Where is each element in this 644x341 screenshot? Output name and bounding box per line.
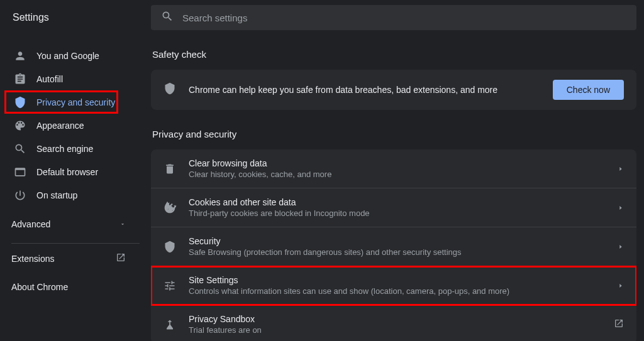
sidebar-item-you-and-google[interactable]: You and Google [0,44,151,67]
trash-icon [164,163,176,175]
power-icon [14,189,26,202]
list-item-title: Site Settings [189,275,618,285]
list-item-site-settings[interactable]: Site Settings Controls what information … [151,266,636,305]
sidebar-item-label: Search engine [36,144,93,154]
privacy-list: Clear browsing data Clear history, cooki… [151,149,636,341]
page-title: Settings [0,12,151,23]
about-label: About Chrome [11,282,68,292]
list-item-clear-browsing-data[interactable]: Clear browsing data Clear history, cooki… [151,149,636,188]
palette-icon [14,119,26,132]
sidebar: You and Google Autofill Privacy and secu… [0,35,151,341]
sidebar-extensions[interactable]: Extensions [0,244,140,273]
list-item-privacy-sandbox[interactable]: Privacy Sandbox Trial features are on [151,305,636,341]
shield-icon [164,82,176,97]
chevron-right-icon [618,202,624,214]
sidebar-item-privacy-security[interactable]: Privacy and security [4,90,118,114]
list-item-subtitle: Third-party cookies are blocked in Incog… [189,208,618,218]
search-icon [161,10,182,25]
chevron-right-icon [618,163,624,175]
cookie-icon [164,202,176,214]
flask-icon [164,318,176,331]
list-item-subtitle: Safe Browsing (protection from dangerous… [189,247,618,257]
extensions-label: Extensions [11,254,54,264]
check-now-button[interactable]: Check now [553,80,624,100]
main-content: Safety check Chrome can help keep you sa… [151,35,644,341]
list-item-subtitle: Clear history, cookies, cache, and more [189,170,618,179]
chevron-right-icon [618,280,624,291]
safety-check-card: Chrome can help keep you safe from data … [151,70,636,110]
clipboard-icon [14,73,26,85]
search-box[interactable] [151,5,636,30]
sidebar-item-appearance[interactable]: Appearance [0,114,151,137]
search-icon [14,143,26,155]
person-icon [14,50,26,62]
privacy-section-title: Privacy and security [152,129,636,139]
sidebar-item-default-browser[interactable]: Default browser [0,160,151,183]
search-input[interactable] [182,13,626,23]
sidebar-advanced-toggle[interactable]: Advanced [0,210,140,238]
list-item-title: Privacy Sandbox [189,314,614,324]
sidebar-item-label: You and Google [36,51,99,61]
shield-icon [164,241,176,253]
chevron-right-icon [618,241,624,252]
safety-check-text: Chrome can help keep you safe from data … [189,85,553,95]
chevron-down-icon [119,219,126,229]
list-item-title: Clear browsing data [189,158,618,168]
browser-icon [14,166,26,178]
safety-check-title: Safety check [152,49,636,60]
list-item-title: Security [189,236,618,246]
sidebar-item-label: Appearance [36,121,84,131]
sidebar-item-label: Privacy and security [36,97,115,107]
list-item-security[interactable]: Security Safe Browsing (protection from … [151,227,636,266]
list-item-title: Cookies and other site data [189,197,618,207]
sidebar-item-autofill[interactable]: Autofill [0,67,151,90]
sidebar-item-on-startup[interactable]: On startup [0,183,151,207]
advanced-label: Advanced [11,219,50,229]
external-link-icon [614,318,624,331]
sidebar-about-chrome[interactable]: About Chrome [0,273,151,301]
sidebar-item-label: On startup [36,190,77,200]
list-item-subtitle: Trial features are on [189,325,614,335]
external-link-icon [116,252,126,264]
tune-icon [164,279,176,292]
sidebar-item-label: Autofill [36,74,63,84]
shield-icon [14,96,26,109]
list-item-subtitle: Controls what information sites can use … [189,286,618,296]
list-item-cookies[interactable]: Cookies and other site data Third-party … [151,188,636,227]
sidebar-item-label: Default browser [36,167,98,177]
sidebar-item-search-engine[interactable]: Search engine [0,137,151,160]
